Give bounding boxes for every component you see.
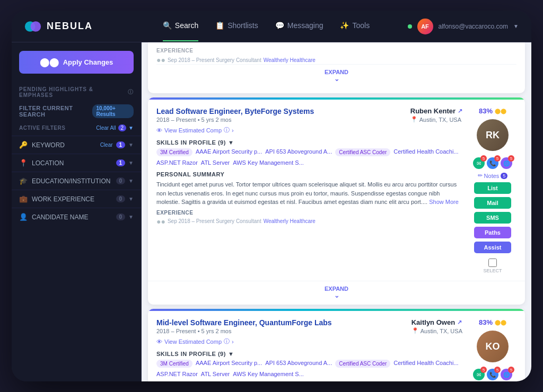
ruben-paths-button[interactable]: Paths bbox=[474, 227, 511, 238]
nav-item-shortlists[interactable]: 📋 Shortlists bbox=[215, 21, 258, 32]
kaitlyn-mail-icon[interactable]: ✉5 bbox=[473, 369, 485, 380]
partial-exp-label: EXPERIENCE bbox=[156, 48, 516, 54]
logo-area: NEBULA bbox=[24, 18, 130, 35]
kaitlyn-comp-arrow-icon: › bbox=[232, 338, 234, 345]
skills-chevron-icon: ▼ bbox=[228, 139, 234, 146]
ruben-show-more[interactable]: Show More bbox=[429, 199, 459, 205]
kaitlyn-skill-asc[interactable]: Certified ASC Coder bbox=[335, 360, 390, 368]
kaitlyn-skill-aaae[interactable]: AAAE Airport Security p... bbox=[196, 360, 262, 368]
ruben-expand-button[interactable]: EXPAND ⌄ bbox=[148, 281, 525, 305]
kaitlyn-skill-aws[interactable]: AWS Key Management S... bbox=[233, 371, 303, 377]
location-pin-icon: 📍 bbox=[410, 116, 418, 123]
kaitlyn-location-pin-icon: 📍 bbox=[411, 327, 419, 334]
keyword-count: 1 bbox=[116, 141, 126, 148]
location-chevron-icon: ▼ bbox=[128, 160, 134, 166]
ruben-ext-link-icon[interactable]: ↗ bbox=[458, 108, 462, 114]
nebula-logo-icon bbox=[24, 18, 41, 35]
kaitlyn-phone-icon[interactable]: 📞5 bbox=[487, 369, 498, 380]
app-title: NEBULA bbox=[47, 21, 93, 32]
apply-icon: ⬤⬤ bbox=[40, 57, 59, 67]
kaitlyn-skill-health[interactable]: Certified Health Coachi... bbox=[393, 360, 458, 368]
keyword-clear[interactable]: Clear bbox=[100, 142, 113, 148]
work-icon: 💼 bbox=[19, 195, 28, 203]
skill-aws[interactable]: AWS Key Management S... bbox=[233, 159, 303, 166]
ruben-phone-icon[interactable]: 📞5 bbox=[487, 157, 498, 169]
ruben-location: 📍 Austin, TX, USA bbox=[410, 116, 462, 123]
nav-item-tools[interactable]: ✨ Tools bbox=[340, 21, 370, 32]
candidate-chevron-icon: ▼ bbox=[128, 214, 134, 220]
filter-education[interactable]: 🎓 EDUCATION/INSTITUTION 0 ▼ bbox=[12, 172, 141, 190]
ruben-select-checkbox[interactable] bbox=[488, 259, 497, 267]
kaitlyn-skill-3m[interactable]: 3M Certified bbox=[156, 360, 192, 368]
comp-icon: 👁 bbox=[156, 127, 162, 133]
work-count: 0 bbox=[116, 195, 126, 202]
filter-candidate-name[interactable]: 👤 CANDIDATE NAME 0 ▼ bbox=[12, 208, 141, 226]
education-chevron-icon: ▼ bbox=[128, 178, 134, 184]
partial-exp-line: Sep 2018 – Present Surgery Consultant bbox=[168, 57, 261, 63]
skill-health[interactable]: Certified Health Coachi... bbox=[393, 148, 458, 156]
user-menu-chevron[interactable]: ▼ bbox=[513, 23, 519, 29]
pending-label: PENDING HIGHLIGHTS & EMPHASES ⓘ bbox=[12, 80, 141, 100]
content-area: EXPERIENCE ●● Sep 2018 – Present Surgery… bbox=[142, 42, 531, 381]
nav-item-messaging[interactable]: 💬 Messaging bbox=[275, 21, 323, 32]
kaitlyn-skill-api[interactable]: API 653 Aboveground A... bbox=[265, 360, 332, 368]
sidebar-apply-section: ⬤⬤ Apply Changes bbox=[12, 51, 141, 80]
kaitlyn-card-main: Mid-level Software Engineer, QuantumForg… bbox=[156, 318, 462, 381]
keyword-icon: 🔑 bbox=[19, 141, 28, 149]
ruben-rating: ⬤⬤ bbox=[495, 108, 506, 114]
ruben-exp-company: Wealtherly Healthcare bbox=[264, 218, 316, 224]
filter-keyword[interactable]: 🔑 KEYWORD Clear 1 ▼ bbox=[12, 136, 141, 154]
apply-changes-button[interactable]: ⬤⬤ Apply Changes bbox=[19, 51, 134, 74]
top-nav: NEBULA 🔍 Search 📋 Shortlists 💬 Messaging… bbox=[12, 11, 531, 42]
kaitlyn-comp-link[interactable]: 👁 View Estimated Comp ⓘ › bbox=[156, 337, 462, 345]
keyword-chevron-icon: ▼ bbox=[128, 142, 134, 148]
candidate-card-kaitlyn: Mid-level Software Engineer, QuantumForg… bbox=[148, 309, 525, 381]
partial-exp-row: ●● Sep 2018 – Present Surgery Consultant… bbox=[156, 56, 516, 64]
candidate-label: CANDIDATE NAME bbox=[32, 213, 88, 221]
user-avatar: AF bbox=[417, 19, 433, 34]
kaitlyn-ext-link-icon[interactable]: ↗ bbox=[457, 319, 462, 326]
ruben-comp-link[interactable]: 👁 View Estimated Comp ⓘ › bbox=[156, 126, 462, 134]
skill-asp[interactable]: ASP.NET Razor bbox=[156, 159, 198, 166]
ruben-mail-icon[interactable]: ✉5 bbox=[473, 157, 485, 169]
work-chevron-icon: ▼ bbox=[128, 196, 134, 202]
ruben-name: Ruben Kenter ↗ bbox=[410, 107, 462, 115]
nav-item-search[interactable]: 🔍 Search bbox=[163, 21, 198, 32]
ruben-notes-button[interactable]: ✏ Notes 5 bbox=[478, 172, 508, 179]
education-label: EDUCATION/INSTITUTION bbox=[32, 177, 110, 185]
education-count: 0 bbox=[116, 177, 126, 184]
kaitlyn-card-body: Mid-level Software Engineer, QuantumForg… bbox=[148, 311, 525, 381]
kaitlyn-skill-asp[interactable]: ASP.NET Razor bbox=[156, 371, 198, 377]
comp-arrow-icon: › bbox=[232, 127, 234, 133]
ruben-exp-line: Sep 2018 – Present Surgery Consultant bbox=[168, 218, 261, 224]
card-main: Lead Software Engineer, ByteForge System… bbox=[156, 107, 462, 273]
clear-all-button[interactable]: Clear All 2 ▼ bbox=[96, 124, 134, 131]
kaitlyn-photo: KO bbox=[477, 331, 509, 362]
ruben-globe-icon[interactable]: 🌐5 bbox=[501, 157, 512, 169]
partial-expand-button[interactable]: EXPAND ⌄ bbox=[156, 64, 516, 88]
skill-aaae[interactable]: AAAE Airport Security p... bbox=[196, 148, 262, 156]
ruben-list-button[interactable]: List bbox=[474, 182, 511, 194]
ruben-mail-button[interactable]: Mail bbox=[474, 197, 511, 209]
skill-asc[interactable]: Certified ASC Coder bbox=[335, 148, 390, 156]
skill-3m[interactable]: 3M Certified bbox=[156, 148, 192, 156]
kaitlyn-globe-icon[interactable]: 🌐5 bbox=[501, 369, 512, 380]
skill-atl[interactable]: ATL Server bbox=[201, 159, 230, 166]
filter-location[interactable]: 📍 LOCATION 1 ▼ bbox=[12, 154, 141, 172]
partial-expand-chevron-icon: ⌄ bbox=[156, 75, 516, 83]
kaitlyn-skill-atl[interactable]: ATL Server bbox=[201, 371, 230, 377]
ruben-tenure: 2018 – Present • 5 yrs 2 mos bbox=[156, 117, 314, 123]
ruben-assist-button[interactable]: Assist bbox=[474, 242, 511, 253]
ruben-select-area: SELECT bbox=[483, 259, 502, 273]
filter-header: FILTER CURRENT SEARCH 10,000+ Results bbox=[12, 100, 141, 122]
active-filters-row: ACTIVE FILTERS Clear All 2 ▼ bbox=[12, 122, 141, 136]
kaitlyn-name: Kaitlyn Owen ↗ bbox=[411, 318, 462, 326]
ruben-match-row: 83% ⬤⬤ bbox=[479, 107, 506, 115]
ruben-sms-button[interactable]: SMS bbox=[474, 212, 511, 224]
filter-work-experience[interactable]: 💼 WORK EXPERIENCE 0 ▼ bbox=[12, 190, 141, 208]
tools-nav-icon: ✨ bbox=[340, 21, 349, 30]
location-icon: 📍 bbox=[19, 159, 28, 167]
nav-links: 🔍 Search 📋 Shortlists 💬 Messaging ✨ Tool… bbox=[130, 21, 402, 32]
clear-count-badge: 2 bbox=[118, 124, 127, 131]
skill-api[interactable]: API 653 Aboveground A... bbox=[265, 148, 332, 156]
